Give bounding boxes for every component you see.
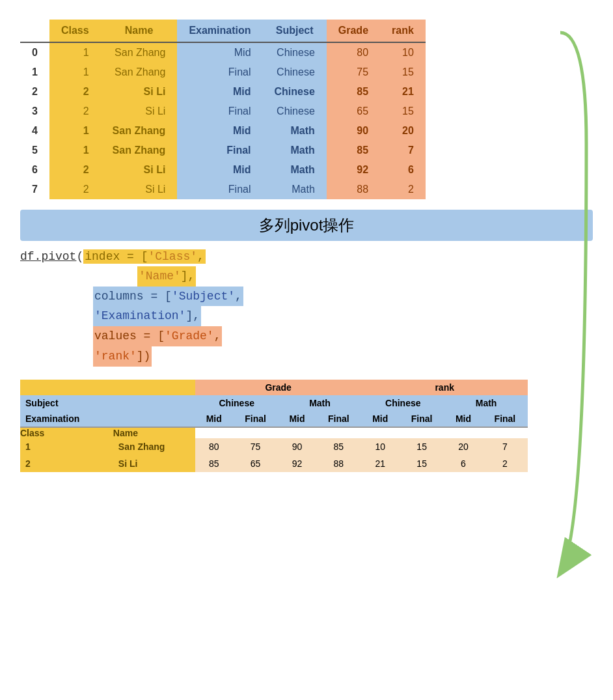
pivot-th-examination: Examination [20,411,113,427]
cell-exam: Mid [177,160,262,180]
cell-subject: Chinese [263,63,327,82]
pivot-th-empty [20,380,195,395]
code-columns-label: columns = ['Subject', [93,287,243,307]
cell-rank: 7 [380,141,426,160]
cell-grade: 85 [327,82,380,102]
table-header-row: Class Name Examination Subject Grade ran… [20,20,426,42]
cell-grade: 85 [327,141,380,160]
top-table-wrapper: Class Name Examination Subject Grade ran… [20,20,593,199]
pivot-cell-value: 2 [482,455,528,472]
cell-class: 1 [49,63,101,82]
code-block: df.pivot(index = ['Class', 'Name'], colu… [20,247,593,367]
pivot-cell-name: San Zhang [113,438,195,455]
cell-index: 2 [20,82,49,102]
code-columns-exam: 'Examination'], [93,306,201,326]
pivot-cell-value: 90 [279,438,316,455]
pivot-cell-value: 6 [444,455,482,472]
pivot-cell-value: 65 [233,455,279,472]
th-grade: Grade [327,20,380,42]
cell-subject: Chinese [263,82,327,102]
code-index-name: 'Name'], [137,266,196,287]
cell-exam: Final [177,180,262,199]
pivot-data-row: 2Si Li85659288211562 [20,455,528,472]
pivot-cell-value: 21 [361,455,399,472]
cell-subject: Math [263,180,327,199]
pivot-header-row1: Grade rank [20,380,528,395]
th-index [20,20,49,42]
cell-name: Si Li [101,160,178,180]
cell-grade: 65 [327,102,380,121]
top-table-body: 01San ZhangMidChinese801011San ZhangFina… [20,42,426,199]
cell-exam: Final [177,141,262,160]
cell-name: Si Li [101,82,178,102]
cell-index: 7 [20,180,49,199]
cell-name: San Zhang [101,42,178,63]
cell-rank: 10 [380,42,426,63]
cell-grade: 75 [327,63,380,82]
cell-exam: Mid [177,42,262,63]
cell-name: San Zhang [101,121,178,141]
pivot-data-row: 1San Zhang807590851015207 [20,438,528,455]
cell-grade: 92 [327,160,380,180]
th-name: Name [101,20,178,42]
pivot-th-chinese2: Chinese [361,395,444,411]
pivot-header-row3: Examination Mid Final Mid Final Mid Fina… [20,411,528,427]
pivot-cell-value: 7 [482,438,528,455]
pivot-th-empty3 [113,411,195,427]
cell-rank: 6 [380,160,426,180]
table-row: 32Si LiFinalChinese6515 [20,102,426,121]
cell-rank: 21 [380,82,426,102]
cell-index: 1 [20,63,49,82]
cell-rank: 15 [380,102,426,121]
pivot-cell-value: 10 [361,438,399,455]
cell-class: 2 [49,102,101,121]
cell-rank: 2 [380,180,426,199]
table-row: 22Si LiMidChinese8521 [20,82,426,102]
code-values-label: values = ['Grade', [93,326,222,346]
pivot-cell-name: Si Li [113,455,195,472]
cell-name: Si Li [101,180,178,199]
table-row: 11San ZhangFinalChinese7515 [20,63,426,82]
pivot-table-body: 1San Zhang8075908510152072Si Li856592882… [20,438,528,472]
pivot-cell-value: 92 [279,455,316,472]
cell-exam: Final [177,63,262,82]
cell-index: 5 [20,141,49,160]
pivot-th-subject: Subject [20,395,113,411]
pivot-th-rank: rank [361,380,528,395]
cell-class: 1 [49,121,101,141]
cell-name: San Zhang [101,63,178,82]
cell-exam: Final [177,102,262,121]
pivot-cell-value: 75 [233,438,279,455]
cell-grade: 90 [327,121,380,141]
cell-subject: Math [263,141,327,160]
pivot-th-class-index: Class [20,427,113,438]
cell-rank: 15 [380,63,426,82]
cell-class: 2 [49,82,101,102]
pivot-cell-value: 15 [399,455,444,472]
pivot-th-chinese1: Chinese [195,395,279,411]
code-index-label: index = ['Class', [83,249,206,264]
th-examination: Examination [177,20,262,42]
cell-index: 3 [20,102,49,121]
pivot-th-final4: Final [482,411,528,427]
pivot-index-header-row: Class Name [20,427,528,438]
pivot-th-final3: Final [399,411,444,427]
pivot-cell-value: 80 [195,438,233,455]
pivot-th-mid2: Mid [279,411,316,427]
cell-grade: 88 [327,180,380,199]
pivot-header-row2: Subject Chinese Math Chinese Math [20,395,528,411]
table-row: 62Si LiMidMath926 [20,160,426,180]
table-row: 41San ZhangMidMath9020 [20,121,426,141]
pivot-th-data-empty [195,427,528,438]
cell-index: 6 [20,160,49,180]
cell-subject: Chinese [263,42,327,63]
bottom-table-wrapper: Grade rank Subject Chinese Math Chinese … [20,380,528,472]
pivot-cell-class: 1 [20,438,113,455]
pivot-cell-class: 2 [20,455,113,472]
pivot-title: 多列pivot操作 [20,210,593,241]
pivot-cell-value: 15 [399,438,444,455]
cell-name: San Zhang [101,141,178,160]
cell-subject: Math [263,121,327,141]
pivot-th-mid4: Mid [444,411,482,427]
th-rank: rank [380,20,426,42]
